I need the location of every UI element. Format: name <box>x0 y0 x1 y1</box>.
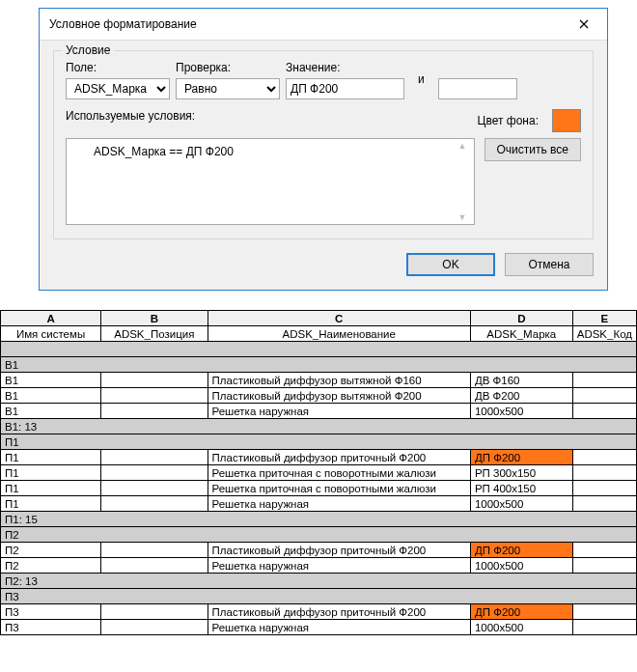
col-header[interactable]: Имя системы <box>1 326 101 342</box>
cell[interactable] <box>572 543 636 558</box>
cell[interactable] <box>101 496 208 512</box>
table-row[interactable]: П2Решетка наружная1000х500 <box>1 558 637 574</box>
group-row[interactable]: В1: 13 <box>1 419 637 434</box>
group-row[interactable]: П2: 13 <box>1 574 637 589</box>
group-cell[interactable]: В1: 13 <box>1 419 637 434</box>
cell[interactable] <box>101 373 208 388</box>
group-row[interactable]: П1: 15 <box>1 512 637 527</box>
cell[interactable]: ДП Ф200 <box>470 604 572 620</box>
col-header[interactable]: ADSK_Позиция <box>101 326 208 342</box>
field-select[interactable]: ADSK_Марка <box>66 78 170 99</box>
cell[interactable]: П2 <box>1 558 101 574</box>
check-select[interactable]: Равно <box>176 78 280 99</box>
col-header[interactable]: ADSK_Наименование <box>208 326 470 342</box>
cell[interactable]: В1 <box>1 404 101 419</box>
group-cell[interactable]: П2: 13 <box>1 574 637 589</box>
col-letter[interactable]: B <box>101 311 208 326</box>
cancel-button[interactable]: Отмена <box>505 253 594 276</box>
cell[interactable] <box>572 481 636 496</box>
cell[interactable]: П1 <box>1 496 101 512</box>
cell[interactable]: П1 <box>1 450 101 465</box>
col-letter[interactable]: A <box>1 311 101 326</box>
cell[interactable] <box>572 465 636 481</box>
cell[interactable]: 1000х500 <box>470 404 572 419</box>
cell[interactable]: ДВ Ф160 <box>470 373 572 388</box>
cell[interactable]: П1 <box>1 465 101 481</box>
table-row[interactable]: В1Решетка наружная1000х500 <box>1 404 637 419</box>
cell[interactable] <box>572 388 636 404</box>
ok-button[interactable]: OK <box>406 253 495 276</box>
table-row[interactable]: П2Пластиковый диффузор приточный Ф200ДП … <box>1 543 637 558</box>
cell[interactable]: Пластиковый диффузор приточный Ф200 <box>208 543 470 558</box>
cell[interactable]: В1 <box>1 388 101 404</box>
cell[interactable]: ДП Ф200 <box>470 543 572 558</box>
clear-all-button[interactable]: Очистить все <box>485 138 581 161</box>
cell[interactable]: 1000х500 <box>470 496 572 512</box>
group-cell[interactable]: П2 <box>1 527 637 543</box>
close-button[interactable] <box>568 14 599 34</box>
table-row[interactable]: В1Пластиковый диффузор вытяжной Ф200ДВ Ф… <box>1 388 637 404</box>
cell[interactable]: Пластиковый диффузор вытяжной Ф160 <box>208 373 470 388</box>
cell[interactable] <box>101 481 208 496</box>
col-letter[interactable]: D <box>470 311 572 326</box>
group-cell[interactable]: П3 <box>1 589 637 604</box>
cell[interactable]: Решетка приточная с поворотными жалюзи <box>208 465 470 481</box>
cell[interactable]: 1000х500 <box>470 620 572 635</box>
group-row[interactable]: П2 <box>1 527 637 543</box>
table-row[interactable]: П1Пластиковый диффузор приточный Ф200ДП … <box>1 450 637 465</box>
table-row[interactable]: В1Пластиковый диффузор вытяжной Ф160ДВ Ф… <box>1 373 637 388</box>
cell[interactable] <box>101 604 208 620</box>
cell[interactable]: ДВ Ф200 <box>470 388 572 404</box>
table-row[interactable]: П3Решетка наружная1000х500 <box>1 620 637 635</box>
cell[interactable]: П1 <box>1 481 101 496</box>
table-row[interactable]: П1Решетка приточная с поворотными жалюзи… <box>1 481 637 496</box>
col-letter[interactable]: E <box>572 311 636 326</box>
cell[interactable] <box>101 620 208 635</box>
scroll-down-icon[interactable]: ▼ <box>458 212 472 222</box>
cell[interactable]: П3 <box>1 620 101 635</box>
cell[interactable]: П2 <box>1 543 101 558</box>
cell[interactable]: Пластиковый диффузор приточный Ф200 <box>208 604 470 620</box>
group-cell[interactable]: В1 <box>1 357 637 373</box>
cell[interactable]: ДП Ф200 <box>470 450 572 465</box>
cell[interactable] <box>572 404 636 419</box>
cell[interactable] <box>572 496 636 512</box>
table-row[interactable]: П1Решетка приточная с поворотными жалюзи… <box>1 465 637 481</box>
col-header[interactable]: ADSK_Марка <box>470 326 572 342</box>
value-input[interactable] <box>286 78 404 99</box>
table-row[interactable]: П3Пластиковый диффузор приточный Ф200ДП … <box>1 604 637 620</box>
group-cell[interactable]: П1: 15 <box>1 512 637 527</box>
color-swatch[interactable] <box>552 109 581 132</box>
cell[interactable] <box>101 558 208 574</box>
cell[interactable] <box>572 373 636 388</box>
cell[interactable]: Решетка наружная <box>208 558 470 574</box>
table-row[interactable]: П1Решетка наружная1000х500 <box>1 496 637 512</box>
cell[interactable]: Пластиковый диффузор приточный Ф200 <box>208 450 470 465</box>
cell[interactable]: РП 300х150 <box>470 465 572 481</box>
cell[interactable] <box>572 450 636 465</box>
cell[interactable]: П3 <box>1 604 101 620</box>
col-header[interactable]: ADSK_Код <box>572 326 636 342</box>
cell[interactable]: Пластиковый диффузор вытяжной Ф200 <box>208 388 470 404</box>
cell[interactable] <box>101 450 208 465</box>
cell[interactable] <box>572 558 636 574</box>
cell[interactable]: Решетка приточная с поворотными жалюзи <box>208 481 470 496</box>
cell[interactable]: Решетка наружная <box>208 496 470 512</box>
cell[interactable] <box>572 620 636 635</box>
cell[interactable]: 1000х500 <box>470 558 572 574</box>
group-cell[interactable] <box>1 342 637 357</box>
group-row[interactable]: П3 <box>1 589 637 604</box>
cell[interactable]: Решетка наружная <box>208 620 470 635</box>
cell[interactable] <box>572 604 636 620</box>
scroll-up-icon[interactable]: ▲ <box>458 141 472 151</box>
cell[interactable] <box>101 543 208 558</box>
cell[interactable]: Решетка наружная <box>208 404 470 419</box>
group-row[interactable] <box>1 342 637 357</box>
group-cell[interactable]: П1 <box>1 434 637 450</box>
cell[interactable]: РП 400х150 <box>470 481 572 496</box>
cell[interactable]: В1 <box>1 373 101 388</box>
col-letter[interactable]: C <box>208 311 470 326</box>
cell[interactable] <box>101 465 208 481</box>
group-row[interactable]: В1 <box>1 357 637 373</box>
cell[interactable] <box>101 388 208 404</box>
